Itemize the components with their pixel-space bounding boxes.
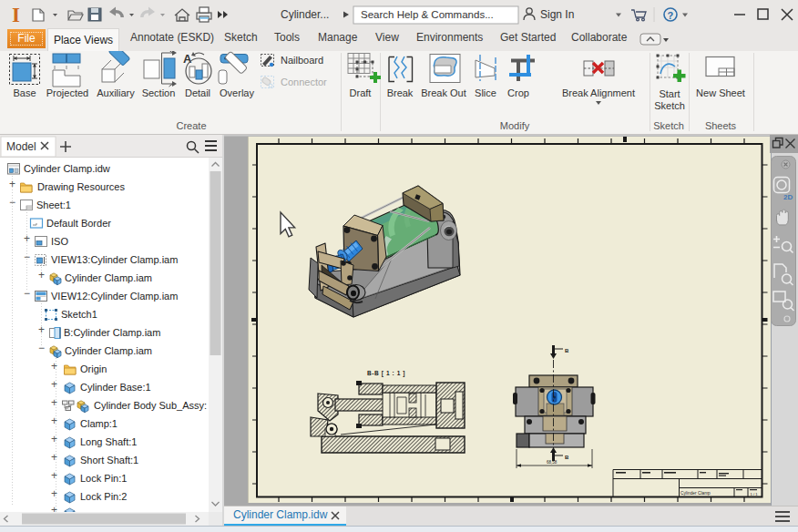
svg-text:Cylinder Clamp.idw: Cylinder Clamp.idw	[24, 163, 110, 174]
svg-text:Sign In: Sign In	[540, 8, 574, 21]
svg-text:ISO: ISO	[51, 236, 68, 247]
svg-text:2D: 2D	[783, 193, 793, 201]
svg-text:VIEW13:Cylinder Clamp.iam: VIEW13:Cylinder Clamp.iam	[51, 254, 178, 265]
svg-text:+: +	[51, 451, 57, 464]
svg-text:+: +	[51, 433, 57, 445]
svg-text:Sheet:1: Sheet:1	[36, 200, 71, 210]
svg-text:Model: Model	[6, 140, 36, 153]
svg-text:+: +	[51, 378, 57, 391]
svg-text:+: +	[51, 469, 57, 482]
svg-text:−: −	[24, 251, 30, 263]
svg-text:B: B	[565, 455, 569, 460]
svg-text:Sketch1: Sketch1	[61, 309, 97, 320]
svg-text:Default Border: Default Border	[46, 218, 111, 229]
svg-text:−: −	[24, 287, 30, 300]
svg-text:Clamp:1: Clamp:1	[80, 418, 118, 429]
svg-text:+: +	[51, 414, 57, 427]
svg-text:Cylinder Clamp.iam: Cylinder Clamp.iam	[65, 272, 152, 283]
svg-text:B-B [ 1 : 1 ]: B-B [ 1 : 1 ]	[367, 370, 405, 377]
svg-text:+: +	[51, 487, 57, 500]
svg-text:Cylinder Clamp.iam: Cylinder Clamp.iam	[65, 345, 152, 356]
svg-text:B:Cylinder Clamp.iam: B:Cylinder Clamp.iam	[64, 327, 160, 338]
svg-text:VIEW12:Cylinder Clamp.iam: VIEW12:Cylinder Clamp.iam	[51, 291, 178, 302]
svg-text:Short Shaft:1: Short Shaft:1	[80, 455, 138, 466]
svg-text:B: B	[565, 348, 569, 353]
svg-text:Lock Pin:2: Lock Pin:2	[80, 491, 127, 502]
svg-text:Connector: Connector	[281, 77, 327, 87]
svg-text:+: +	[38, 323, 45, 336]
svg-text:+: +	[24, 232, 30, 245]
svg-text:68,58: 68,58	[547, 460, 558, 465]
svg-text:+: +	[9, 178, 15, 190]
svg-text:?: ?	[668, 10, 674, 21]
svg-text:I: I	[12, 4, 20, 26]
svg-text:−: −	[9, 196, 15, 209]
svg-text:Cylinder...: Cylinder...	[281, 8, 329, 21]
svg-text:Cylinder Body Sub_Assy:: Cylinder Body Sub_Assy:	[94, 400, 207, 411]
svg-text:Origin: Origin	[80, 363, 107, 374]
svg-text:+: +	[51, 396, 57, 409]
svg-text:+: +	[38, 269, 45, 281]
svg-text:Cylinder Base:1: Cylinder Base:1	[80, 382, 151, 393]
svg-text:Drawing Resources: Drawing Resources	[37, 181, 125, 192]
svg-text:+: +	[51, 360, 57, 373]
svg-text:Cylinder Clamp: Cylinder Clamp	[680, 491, 711, 496]
svg-text:−: −	[38, 342, 45, 354]
svg-text:Search Help & Commands...: Search Help & Commands...	[361, 9, 494, 20]
svg-text:Long Shaft:1: Long Shaft:1	[80, 436, 137, 447]
svg-text:Nailboard: Nailboard	[281, 55, 323, 66]
svg-text:Lock Pin:1: Lock Pin:1	[80, 473, 127, 484]
svg-text:1 / 1: 1 / 1	[751, 492, 759, 496]
